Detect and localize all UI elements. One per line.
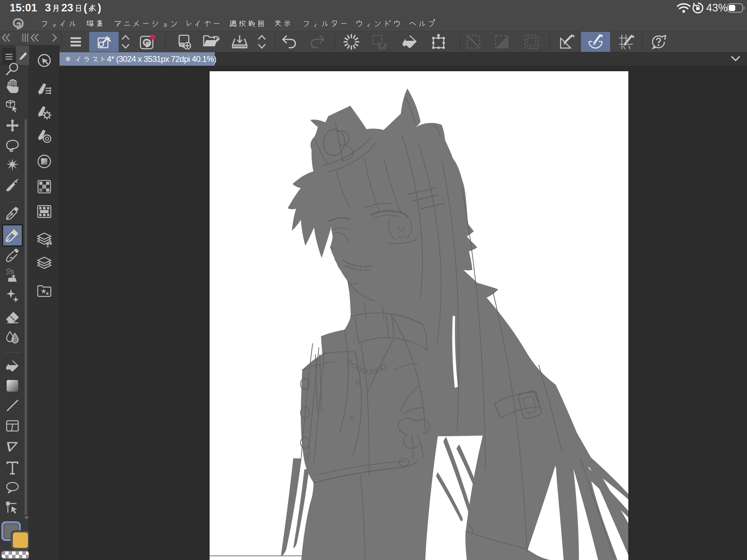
palette-color-set[interactable] <box>29 176 59 197</box>
quick-mask-icon[interactable] <box>368 32 391 52</box>
palette-navigator[interactable] <box>29 151 59 172</box>
main-menu-icon[interactable] <box>64 32 87 52</box>
collapse-palettes-icon[interactable] <box>1 33 10 42</box>
clip-studio-app-icon[interactable] <box>136 32 159 52</box>
menu-edit[interactable] <box>85 16 104 31</box>
rotation-lock-icon <box>692 2 703 13</box>
artwork-illustration <box>210 71 628 560</box>
deselect-icon[interactable] <box>462 32 485 52</box>
palette-timeline[interactable] <box>29 201 59 222</box>
tool-divider <box>5 352 20 353</box>
tool-decoration[interactable] <box>0 286 25 305</box>
processing-spinner-icon[interactable] <box>340 32 363 52</box>
canvas-area[interactable] <box>59 66 747 560</box>
tool-divider <box>5 202 20 202</box>
tool-gradient[interactable] <box>0 376 25 395</box>
menu-view[interactable] <box>273 16 292 31</box>
sub-color-swatch[interactable] <box>11 530 30 550</box>
palette-quick-access[interactable] <box>29 50 59 71</box>
status-bar: 15:01 323() 43% <box>0 0 747 16</box>
transform-icon[interactable] <box>427 32 450 52</box>
menu-window[interactable] <box>354 16 402 31</box>
toolbar-separator <box>335 33 335 50</box>
battery-percent: 43% <box>706 0 728 16</box>
tool-fill-tool[interactable] <box>0 356 25 376</box>
tool-lasso[interactable] <box>0 136 25 155</box>
tool-text[interactable] <box>0 458 25 478</box>
palette-layer[interactable] <box>29 253 59 274</box>
tool-switch-updown-icon[interactable] <box>114 32 137 52</box>
new-document-icon[interactable] <box>172 32 195 52</box>
tool-brush[interactable] <box>0 246 25 265</box>
hamburger-small-icon <box>5 54 13 60</box>
tool-correct-line[interactable] <box>0 437 25 456</box>
tab-status-dot-icon <box>66 57 70 61</box>
palette-brush-size[interactable] <box>29 125 59 146</box>
redo-icon[interactable] <box>306 32 329 52</box>
pencil-small-icon <box>18 50 28 60</box>
undo-icon[interactable] <box>278 32 301 52</box>
tool-auto-select[interactable] <box>0 155 25 175</box>
tool-eraser[interactable] <box>0 308 25 327</box>
tab-bar: 4* (3024 x 3531px 72dpi 40.1%) <box>59 52 747 66</box>
tool-pencil[interactable] <box>0 226 25 245</box>
fill-icon[interactable] <box>398 32 421 52</box>
expand-right-icon[interactable] <box>52 33 57 42</box>
tool-eyedropper[interactable] <box>0 176 25 195</box>
status-date: 323() <box>45 0 101 16</box>
palette-sub-view[interactable] <box>29 281 59 301</box>
toolbar-separator <box>642 33 643 50</box>
tool-hand[interactable] <box>0 76 25 96</box>
open-document-icon[interactable] <box>200 32 223 52</box>
clip-studio-logo-icon <box>12 17 24 30</box>
tool-blend[interactable] <box>0 328 25 347</box>
menu-file[interactable] <box>40 16 77 31</box>
tool-line-fix[interactable] <box>0 498 25 517</box>
tool-zoom[interactable] <box>0 59 25 79</box>
tab-overflow-chevron-down-icon[interactable] <box>730 54 741 64</box>
save-updown-icon[interactable] <box>250 32 273 52</box>
toolbar-separator <box>550 33 550 50</box>
palette-tool-property[interactable] <box>29 102 59 123</box>
tool-palette <box>0 45 29 560</box>
canvas-paper[interactable] <box>210 71 628 560</box>
invert-selection-icon[interactable] <box>490 32 513 52</box>
command-bar <box>0 31 747 52</box>
palette-material[interactable] <box>29 230 59 250</box>
menu-animation[interactable] <box>113 16 179 31</box>
menu-selection[interactable] <box>228 16 266 31</box>
snap-grid-icon[interactable] <box>615 32 638 52</box>
save-document-icon[interactable] <box>228 32 251 52</box>
tool-airbrush[interactable] <box>0 266 25 285</box>
document-tab[interactable]: 4* (3024 x 3531px 72dpi 40.1%) <box>59 52 215 66</box>
toolbar-separator <box>61 33 62 50</box>
tool-figure[interactable] <box>0 396 25 415</box>
menu-layer[interactable] <box>184 16 222 31</box>
tool-move-layer[interactable] <box>0 116 25 135</box>
tool-pen[interactable] <box>0 204 25 224</box>
status-time: 15:01 <box>10 0 37 16</box>
document-tab-title: 4* (3024 x 3531px 72dpi 40.1%) <box>75 54 216 64</box>
tool-balloon[interactable] <box>0 478 25 497</box>
palette-dock <box>29 45 59 560</box>
tool-operate-3d[interactable] <box>0 97 25 116</box>
menu-bar <box>0 16 747 31</box>
palette-sub-tool[interactable] <box>29 78 59 99</box>
scrollbar-arrow-icon[interactable] <box>24 516 29 520</box>
menu-help[interactable] <box>408 16 436 31</box>
toolbar-separator <box>460 33 460 50</box>
tool-frame-border[interactable] <box>0 416 25 436</box>
toolbar-separator <box>275 33 275 50</box>
wifi-icon <box>676 3 691 13</box>
palette-drag-handle-icon[interactable] <box>22 33 29 43</box>
reselect-icon[interactable] <box>520 32 543 52</box>
tool-palette-scrollbar[interactable] <box>25 119 27 515</box>
collapse-left-icon[interactable] <box>30 33 39 42</box>
snap-special-ruler-button[interactable] <box>581 32 610 52</box>
snap-ruler-icon[interactable] <box>555 32 578 52</box>
toolbar-separator <box>165 33 166 50</box>
transparent-color-swatch[interactable] <box>1 550 30 559</box>
menu-filter[interactable] <box>302 16 349 31</box>
battery-icon <box>727 3 746 13</box>
help-icon[interactable] <box>648 32 671 52</box>
